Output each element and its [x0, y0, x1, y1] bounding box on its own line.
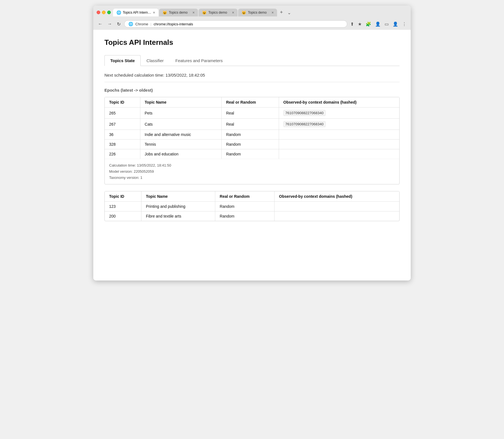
calc-time-value: 13/05/2022, 18:41:50	[137, 163, 171, 167]
tab-features-params[interactable]: Features and Parameters	[170, 55, 229, 66]
epoch-1-table: Topic ID Topic Name Real or Random Obser…	[105, 97, 399, 159]
extensions-icon[interactable]: 🧩	[365, 21, 372, 28]
address-protocol: Chrome	[135, 22, 148, 26]
table-row: 200 Fibre and textile arts Random	[105, 211, 399, 221]
account-icon[interactable]: 👤	[392, 21, 399, 28]
title-bar: 🌐 Topics API Intern… × 😺 Topics demo × 😺…	[93, 6, 411, 19]
menu-icon[interactable]: ⋮	[401, 21, 407, 28]
cell-domains	[275, 202, 399, 211]
cell-domains	[275, 211, 399, 221]
sidebar-icon[interactable]: ▭	[384, 21, 390, 28]
epochs-title: Epochs (latest -> oldest)	[104, 88, 400, 92]
cell-topic-id: 123	[105, 202, 141, 211]
new-tab-button[interactable]: +	[278, 8, 285, 16]
tab-topics-state[interactable]: Topics State	[104, 55, 141, 66]
tab-cat-icon-2: 😺	[162, 10, 167, 15]
tab-close-3[interactable]: ×	[232, 11, 234, 14]
tab-close-4[interactable]: ×	[271, 11, 274, 14]
tabs-bar: 🌐 Topics API Intern… × 😺 Topics demo × 😺…	[113, 8, 407, 16]
cell-topic-id: 200	[105, 211, 141, 221]
tab-title-3: Topics demo	[208, 11, 230, 14]
cell-real-random: Random	[221, 140, 279, 149]
browser-tab-3[interactable]: 😺 Topics demo ×	[199, 9, 238, 16]
cell-domains	[279, 140, 399, 149]
calc-time-label: Calculation time:	[109, 163, 136, 167]
domain-badge: 7610709088227068340	[283, 121, 326, 127]
address-url: chrome://topics-internals	[154, 22, 193, 26]
epoch-2-tbody: 123 Printing and publishing Random 200 F…	[105, 202, 399, 221]
taxonomy-version-value: 1	[140, 175, 142, 180]
table-row: 226 Jobs and education Random	[105, 149, 399, 159]
cell-real-random: Real	[221, 119, 279, 130]
next-calc-time-value: 13/05/2022, 18:42:05	[165, 73, 205, 77]
tab-title-4: Topics demo	[248, 11, 270, 14]
col-topic-id: Topic ID	[105, 97, 140, 108]
cell-topic-name: Jobs and education	[140, 149, 221, 159]
tab-title-active: Topics API Intern…	[123, 11, 151, 14]
calc-time-row: Calculation time: 13/05/2022, 18:41:50	[109, 162, 395, 169]
cell-topic-id: 226	[105, 149, 140, 159]
cell-topic-id: 328	[105, 140, 140, 149]
cell-topic-name: Indie and alternative music	[140, 130, 221, 140]
cell-topic-id: 267	[105, 119, 140, 130]
browser-window: 🌐 Topics API Intern… × 😺 Topics demo × 😺…	[93, 6, 411, 281]
epoch-2-table: Topic ID Topic Name Real or Random Obser…	[105, 191, 399, 221]
col-topic-name-2: Topic Name	[141, 191, 215, 202]
epoch-1-header-row: Topic ID Topic Name Real or Random Obser…	[105, 97, 399, 108]
browser-tab-4[interactable]: 😺 Topics demo ×	[238, 9, 277, 16]
close-window-button[interactable]	[97, 11, 100, 14]
col-domains: Observed-by context domains (hashed)	[279, 97, 399, 108]
address-bar-row: ← → ↻ 🌐 Chrome | chrome://topics-interna…	[93, 19, 411, 30]
cell-real-random: Random	[215, 202, 275, 211]
bookmark-icon[interactable]: ★	[357, 21, 363, 28]
cell-topic-name: Cats	[140, 119, 221, 130]
traffic-lights	[97, 11, 111, 14]
tab-classifier[interactable]: Classifier	[141, 55, 170, 66]
epoch-1-meta: Calculation time: 13/05/2022, 18:41:50 M…	[105, 159, 399, 184]
epoch-1-tbody: 265 Pets Real 7610709088227068340 267 Ca…	[105, 108, 399, 159]
cell-topic-id: 265	[105, 108, 140, 119]
cell-domains	[279, 149, 399, 159]
cell-real-random: Random	[221, 149, 279, 159]
epoch-2-thead: Topic ID Topic Name Real or Random Obser…	[105, 191, 399, 202]
browser-tab-active[interactable]: 🌐 Topics API Intern… ×	[113, 9, 158, 16]
table-row: 265 Pets Real 7610709088227068340	[105, 108, 399, 119]
toolbar-icons: ⬆ ★ 🧩 👤 ▭ 👤 ⋮	[349, 21, 407, 28]
back-button[interactable]: ←	[97, 21, 104, 27]
col-topic-id-2: Topic ID	[105, 191, 141, 202]
epoch-1-thead: Topic ID Topic Name Real or Random Obser…	[105, 97, 399, 108]
browser-tab-2[interactable]: 😺 Topics demo ×	[159, 9, 198, 16]
page-title: Topics API Internals	[104, 38, 400, 47]
share-icon[interactable]: ⬆	[349, 21, 355, 28]
tab-overflow-button[interactable]: ⌄	[286, 9, 293, 16]
cell-domains	[279, 130, 399, 140]
tab-globe-icon: 🌐	[116, 10, 121, 15]
title-bar-top: 🌐 Topics API Intern… × 😺 Topics demo × 😺…	[97, 8, 407, 16]
model-version-value: 2205052059	[134, 169, 154, 174]
col-real-random: Real or Random	[221, 97, 279, 108]
page-content: Topics API Internals Topics State Classi…	[93, 30, 411, 281]
refresh-button[interactable]: ↻	[116, 21, 122, 28]
profile-icon[interactable]: 👤	[374, 21, 381, 28]
maximize-window-button[interactable]	[107, 11, 111, 14]
table-row: 123 Printing and publishing Random	[105, 202, 399, 211]
page-tab-nav: Topics State Classifier Features and Par…	[104, 55, 400, 66]
minimize-window-button[interactable]	[102, 11, 106, 14]
cell-real-random: Random	[215, 211, 275, 221]
taxonomy-version-row: Taxonomy version: 1	[109, 175, 395, 181]
address-bar[interactable]: 🌐 Chrome | chrome://topics-internals	[124, 20, 347, 28]
tab-cat-icon-4: 😺	[241, 10, 246, 15]
address-globe-icon: 🌐	[128, 22, 133, 26]
model-version-label: Model version:	[109, 169, 133, 174]
table-row: 328 Tennis Random	[105, 140, 399, 149]
divider	[104, 82, 400, 82]
cell-real-random: Real	[221, 108, 279, 119]
tab-close-2[interactable]: ×	[192, 11, 195, 14]
tab-close-active[interactable]: ×	[153, 11, 155, 14]
cell-topic-name: Tennis	[140, 140, 221, 149]
cell-domains: 7610709088227068340	[279, 119, 399, 130]
forward-button[interactable]: →	[106, 21, 113, 27]
address-separator: |	[150, 22, 151, 26]
col-topic-name: Topic Name	[140, 97, 221, 108]
cell-topic-id: 36	[105, 130, 140, 140]
